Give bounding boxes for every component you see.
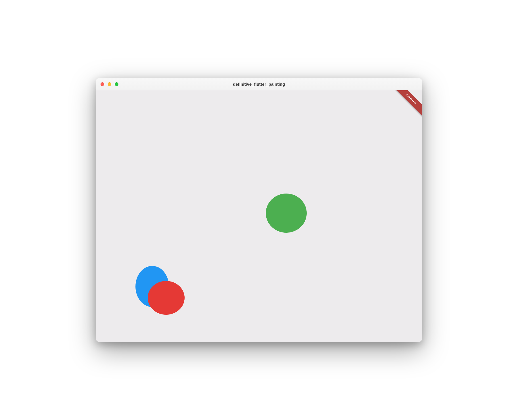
- window-titlebar[interactable]: definitive_flutter_painting: [96, 78, 422, 90]
- traffic-lights: [96, 82, 118, 86]
- debug-banner: DEBUG: [390, 90, 422, 120]
- close-button[interactable]: [101, 82, 104, 86]
- debug-banner-label: DEBUG: [405, 93, 417, 106]
- minimize-button[interactable]: [108, 82, 111, 86]
- red-oval: [148, 281, 185, 315]
- window-title: definitive_flutter_painting: [96, 82, 422, 87]
- maximize-button[interactable]: [115, 82, 118, 86]
- green-oval: [266, 194, 307, 233]
- app-window: definitive_flutter_painting DEBUG: [96, 78, 422, 342]
- canvas-area: DEBUG: [96, 90, 422, 342]
